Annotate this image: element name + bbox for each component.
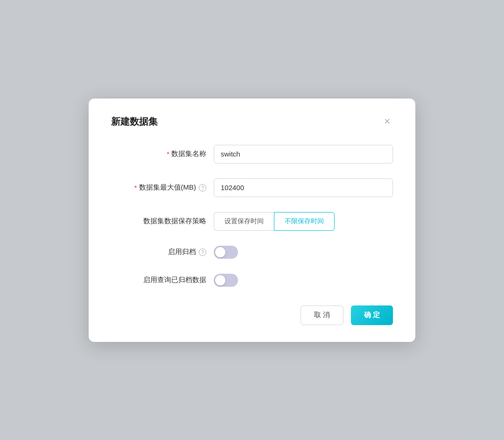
name-input[interactable] [214,145,393,163]
archive-track [214,246,238,259]
max-input[interactable] [214,178,393,197]
strategy-row: 数据集数据保存策略 设置保存时间 不限保存时间 [111,212,393,231]
dialog-title: 新建数据集 [111,115,158,128]
strategy-btn-unlimited[interactable]: 不限保存时间 [274,212,335,231]
query-track [214,274,238,287]
name-label: * 数据集名称 [111,149,214,158]
dialog-overlay: 新建数据集 × * 数据集名称 * 数据集最大值(MB) ? 数据集数据保存策略 [0,0,504,440]
name-required-star: * [167,150,169,158]
query-row: 启用查询已归档数据 [111,274,393,287]
max-label: * 数据集最大值(MB) ? [111,183,214,192]
archive-label: 启用归档 ? [111,248,214,256]
archive-row: 启用归档 ? [111,246,393,259]
query-label-text: 启用查询已归档数据 [143,276,206,284]
archive-toggle[interactable] [214,246,238,259]
max-help-icon[interactable]: ? [199,184,206,192]
strategy-label: 数据集数据保存策略 [111,217,214,226]
confirm-button[interactable]: 确 定 [351,305,393,325]
name-row: * 数据集名称 [111,145,393,163]
strategy-btn-set-time[interactable]: 设置保存时间 [214,212,274,231]
name-label-text: 数据集名称 [171,149,206,158]
dialog-footer: 取 消 确 定 [111,305,393,325]
strategy-group: 设置保存时间 不限保存时间 [214,212,393,231]
dialog-header: 新建数据集 × [111,115,393,128]
max-label-text: 数据集最大值(MB) [139,183,196,192]
query-toggle[interactable] [214,274,238,287]
cancel-button[interactable]: 取 消 [301,305,343,325]
query-label: 启用查询已归档数据 [111,276,214,284]
strategy-label-text: 数据集数据保存策略 [143,217,206,226]
dialog: 新建数据集 × * 数据集名称 * 数据集最大值(MB) ? 数据集数据保存策略 [89,99,415,342]
close-button[interactable]: × [381,115,393,128]
archive-help-icon[interactable]: ? [199,248,206,256]
query-thumb [215,275,225,285]
archive-thumb [215,247,225,257]
max-required-star: * [134,184,137,192]
max-row: * 数据集最大值(MB) ? [111,178,393,197]
archive-label-text: 启用归档 [168,248,196,256]
